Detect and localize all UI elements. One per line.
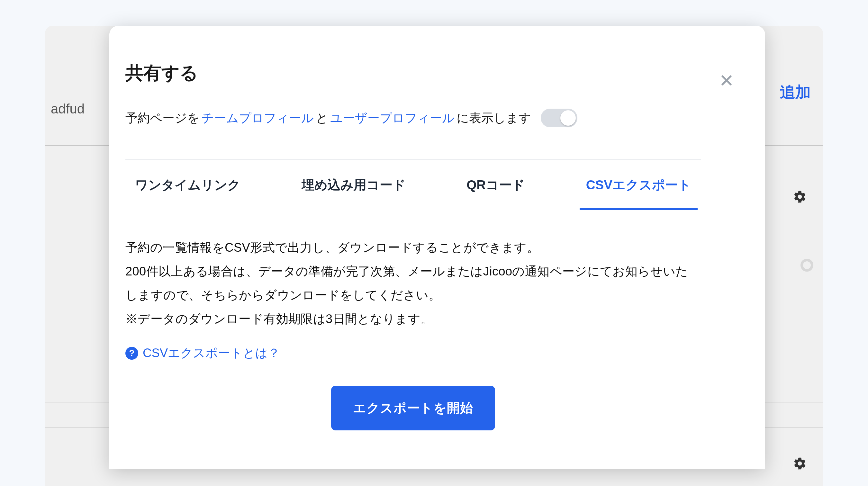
tab-embed-code[interactable]: 埋め込み用コード [298, 160, 409, 209]
profile-visibility-toggle[interactable] [541, 109, 578, 127]
add-button-text[interactable]: 追加 [780, 82, 811, 102]
bg-left-text: adfud [51, 101, 85, 117]
gear-icon[interactable] [793, 456, 807, 474]
start-export-button[interactable]: エクスポートを開始 [331, 386, 495, 430]
profile-suffix-text: に表示します [457, 110, 531, 126]
tab-onetime-link[interactable]: ワンタイムリンク [132, 160, 244, 209]
user-profile-link[interactable]: ユーザープロフィール [330, 110, 455, 126]
csv-export-help-link[interactable]: ? CSVエクスポートとは？ [125, 345, 280, 361]
modal-title: 共有する [125, 61, 701, 86]
tabs-row: ワンタイムリンク 埋め込み用コード QRコード CSVエクスポート [125, 160, 701, 210]
toggle-knob [560, 110, 576, 126]
profile-prefix-text: 予約ページを [125, 110, 199, 126]
bg-circle-icon [801, 259, 813, 271]
between-text: と [316, 110, 328, 126]
tab-csv-export[interactable]: CSVエクスポート [583, 160, 694, 209]
share-modal: 共有する 予約ページを チームプロフィール と ユーザープロフィール に表示しま… [109, 26, 765, 469]
team-profile-link[interactable]: チームプロフィール [202, 110, 314, 126]
close-button[interactable] [717, 71, 736, 90]
help-icon: ? [125, 347, 138, 360]
help-link-text: CSVエクスポートとは？ [143, 345, 280, 361]
csv-export-description: 予約の一覧情報をCSV形式で出力し、ダウンロードすることができます。200件以上… [125, 236, 701, 331]
profile-visibility-row: 予約ページを チームプロフィール と ユーザープロフィール に表示します [125, 109, 701, 127]
tab-qr-code[interactable]: QRコード [463, 160, 528, 209]
gear-icon[interactable] [793, 190, 807, 207]
action-row: エクスポートを開始 [125, 386, 701, 430]
